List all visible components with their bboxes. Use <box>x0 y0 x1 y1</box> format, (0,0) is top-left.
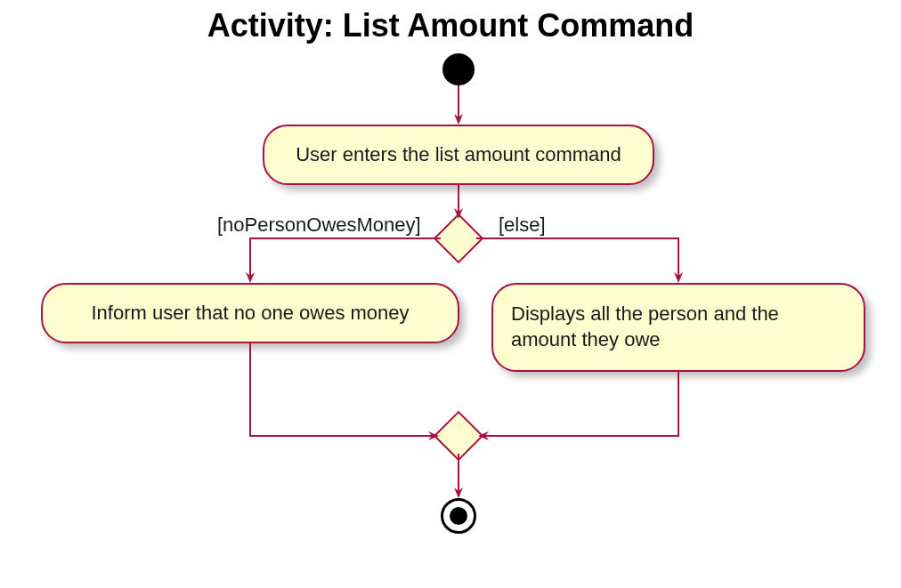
activity-enter-command: User enters the list amount command <box>263 125 654 185</box>
activity-label: User enters the list amount command <box>296 143 621 166</box>
activity-no-one-owes: Inform user that no one owes money <box>41 283 459 343</box>
activity-display-all: Displays all the person and the amount t… <box>491 283 865 372</box>
start-node <box>442 53 475 85</box>
activity-label: Inform user that no one owes money <box>91 302 409 325</box>
guard-left: [noPersonOwesMoney] <box>217 213 421 237</box>
end-node <box>441 498 476 534</box>
guard-right: [else] <box>499 213 546 237</box>
decision-owes-money <box>434 213 484 264</box>
activity-label: Displays all the person and the amount t… <box>511 302 846 352</box>
merge-node <box>434 411 484 462</box>
diagram-title: Activity: List Amount Command <box>0 7 901 44</box>
